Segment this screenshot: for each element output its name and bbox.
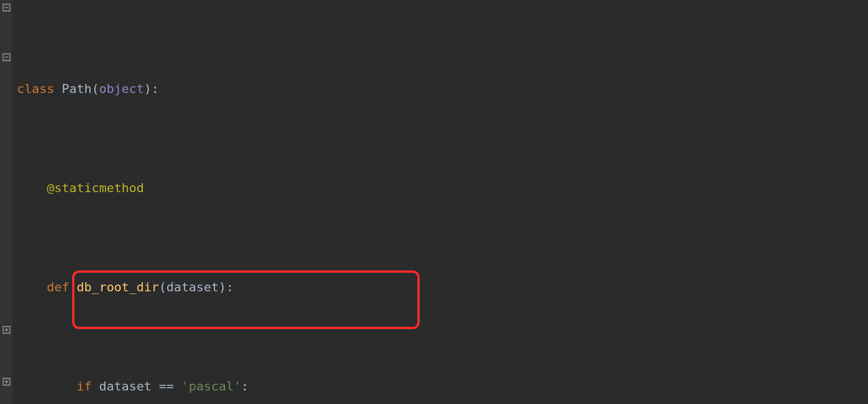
code-line[interactable]: def db_root_dir(dataset): xyxy=(17,275,697,300)
string-literal: 'pascal' xyxy=(181,379,241,393)
fold-icon[interactable] xyxy=(2,53,11,61)
fold-icon[interactable] xyxy=(2,3,11,12)
fold-up-icon[interactable] xyxy=(2,378,11,386)
code-line[interactable]: @staticmethod xyxy=(17,176,697,201)
param-dataset: dataset xyxy=(166,280,219,294)
code-line[interactable]: class Path(object): xyxy=(17,77,697,101)
function-name: db_root_dir xyxy=(77,280,159,294)
keyword-if: if xyxy=(77,379,99,393)
builtin-object: object xyxy=(99,82,144,96)
class-name: Path xyxy=(61,82,91,96)
fold-up-icon[interactable] xyxy=(2,326,11,334)
code-area[interactable]: class Path(object): @staticmethod def db… xyxy=(17,2,697,404)
keyword-class: class xyxy=(17,82,61,96)
paren-open: ( xyxy=(91,82,99,96)
code-editor[interactable]: class Path(object): @staticmethod def db… xyxy=(0,0,868,404)
paren-close-colon: ): xyxy=(144,82,159,96)
code-line[interactable]: if dataset == 'pascal': xyxy=(17,374,697,399)
keyword-def: def xyxy=(47,280,77,294)
editor-gutter xyxy=(0,0,12,404)
decorator: @staticmethod xyxy=(47,181,144,195)
